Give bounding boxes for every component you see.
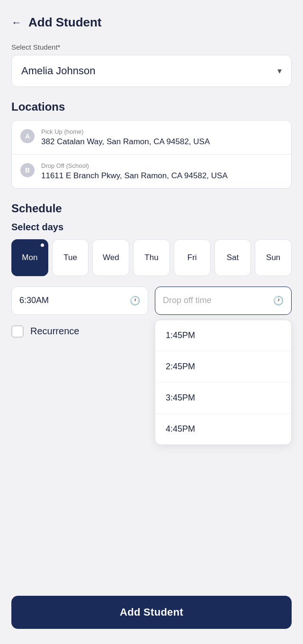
time-row: 6:30AM 🕐 Drop off time 🕐 1:45PM2:45PM3:4…: [11, 287, 292, 315]
dropdown-item[interactable]: 1:45PM: [155, 320, 291, 351]
locations-section: Locations A Pick Up (home) 382 Catalan W…: [11, 100, 292, 189]
pickup-address: 382 Catalan Way, San Ramon, CA 94582, US…: [41, 137, 210, 147]
pickup-location-row: A Pick Up (home) 382 Catalan Way, San Ra…: [12, 121, 291, 155]
pickup-info: Pick Up (home) 382 Catalan Way, San Ramo…: [41, 128, 210, 147]
select-days-label: Select days: [11, 222, 292, 233]
day-btn-thu[interactable]: Thu: [133, 239, 170, 276]
bottom-bar: Add Student: [0, 588, 303, 644]
dropoff-time-input[interactable]: Drop off time 🕐: [155, 287, 292, 315]
select-student-section: Select Student* Amelia Johnson ▾: [11, 43, 292, 87]
pickup-badge: A: [20, 129, 35, 143]
dropdown-item[interactable]: 2:45PM: [155, 351, 291, 383]
dropdown-item[interactable]: 4:45PM: [155, 414, 291, 444]
student-select-value: Amelia Johnson: [21, 65, 96, 77]
pickup-time-input[interactable]: 6:30AM 🕐: [11, 287, 148, 315]
dropoff-info: Drop Off (School) 11611 E Branch Pkwy, S…: [41, 162, 228, 181]
dropoff-address: 11611 E Branch Pkwy, San Ramon, CA 94582…: [41, 171, 228, 181]
day-btn-sat[interactable]: Sat: [214, 239, 251, 276]
add-student-button[interactable]: Add Student: [11, 596, 292, 629]
days-row: MonTueWedThuFriSatSun: [11, 239, 292, 276]
clock-icon-dropoff: 🕐: [273, 296, 284, 306]
locations-title: Locations: [11, 100, 292, 113]
dropdown-item[interactable]: 3:45PM: [155, 383, 291, 414]
recurrence-label: Recurrence: [30, 326, 79, 337]
select-student-label: Select Student*: [11, 43, 292, 51]
pickup-time-value: 6:30AM: [19, 296, 49, 305]
locations-box: A Pick Up (home) 382 Catalan Way, San Ra…: [11, 120, 292, 189]
clock-icon-pickup: 🕐: [130, 296, 140, 306]
schedule-title: Schedule: [11, 202, 292, 215]
dropoff-time-placeholder: Drop off time: [163, 296, 212, 305]
day-btn-fri[interactable]: Fri: [174, 239, 211, 276]
student-select-dropdown[interactable]: Amelia Johnson ▾: [11, 55, 292, 87]
recurrence-checkbox[interactable]: [11, 325, 24, 338]
pickup-type: Pick Up (home): [41, 128, 210, 135]
back-button[interactable]: ←: [11, 17, 22, 29]
header: ← Add Student: [11, 11, 292, 30]
time-dropdown-menu: 1:45PM2:45PM3:45PM4:45PM: [155, 320, 292, 445]
day-btn-wed[interactable]: Wed: [92, 239, 129, 276]
day-btn-mon[interactable]: Mon: [11, 239, 48, 276]
day-btn-sun[interactable]: Sun: [255, 239, 292, 276]
page-title: Add Student: [28, 15, 102, 30]
chevron-down-icon: ▾: [277, 66, 282, 76]
dropoff-location-row: B Drop Off (School) 11611 E Branch Pkwy,…: [12, 155, 291, 188]
day-btn-tue[interactable]: Tue: [52, 239, 89, 276]
schedule-section: Schedule Select days MonTueWedThuFriSatS…: [11, 202, 292, 338]
dropoff-type: Drop Off (School): [41, 162, 228, 169]
dropoff-badge: B: [20, 163, 35, 177]
